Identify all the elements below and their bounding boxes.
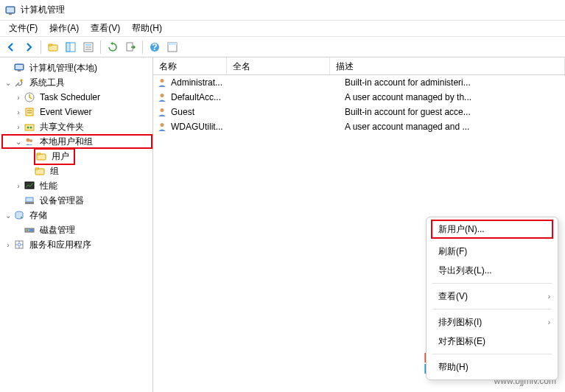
tree-label: 系统工具	[28, 76, 66, 90]
cell-desc: Built-in account for administeri...	[345, 77, 565, 88]
ctx-separator	[432, 283, 552, 284]
chevron-right-icon: ›	[548, 293, 550, 301]
expander-icon[interactable]: ›	[13, 92, 24, 102]
list-body[interactable]: Administrat...Built-in account for admin…	[153, 75, 565, 134]
ctx-view[interactable]: 查看(V)›	[427, 287, 558, 306]
view-button[interactable]	[164, 39, 180, 55]
list-row[interactable]: WDAGUtilit...A user account managed and …	[153, 119, 565, 134]
ctx-view-label: 查看(V)	[438, 290, 468, 303]
tree-shared-folders[interactable]: › 共享文件夹	[3, 119, 152, 134]
context-menu: 新用户(N)... 刷新(F) 导出列表(L)... 查看(V)› 排列图标(I…	[426, 217, 558, 380]
svg-point-26	[29, 139, 32, 142]
user-icon	[156, 77, 168, 88]
tree-system-tools[interactable]: ⌄ 系统工具	[3, 75, 152, 90]
expander-icon[interactable]: ⌄	[13, 136, 24, 147]
cell-desc: A user account managed by th...	[345, 92, 565, 102]
folder-icon	[34, 165, 46, 177]
toolbar: ?	[0, 37, 565, 57]
tree-label: Event Viewer	[38, 106, 93, 118]
forward-button[interactable]	[21, 39, 37, 55]
refresh-button[interactable]	[105, 39, 121, 55]
expander-icon[interactable]: ⌄	[3, 210, 13, 220]
menu-action[interactable]: 操作(A)	[43, 21, 85, 36]
cell-name: Guest	[171, 107, 242, 117]
tree-local-users-groups[interactable]: ⌄ 本地用户和组	[1, 134, 152, 149]
expander-icon[interactable]: ›	[13, 122, 24, 132]
export-button[interactable]	[122, 39, 138, 55]
up-button[interactable]	[45, 39, 61, 55]
list-row[interactable]: GuestBuilt-in account for guest acce...	[153, 105, 565, 119]
menubar: 文件(F) 操作(A) 查看(V) 帮助(H)	[0, 21, 565, 37]
scheduler-icon	[24, 91, 35, 103]
list-row[interactable]: DefaultAcc...A user account managed by t…	[153, 90, 565, 105]
cell-name: DefaultAcc...	[171, 92, 242, 102]
list-pane: 名称 全名 描述 Administrat...Built-in account …	[153, 57, 565, 392]
svg-rect-1	[7, 7, 14, 13]
menu-file[interactable]: 文件(F)	[3, 21, 43, 36]
svg-point-39	[161, 79, 164, 83]
content-area: 计算机管理(本地) ⌄ 系统工具 › Task Scheduler › Even…	[0, 57, 565, 392]
toolbar-separator	[142, 41, 143, 54]
expander-icon[interactable]: ›	[13, 181, 24, 191]
svg-text:?: ?	[152, 42, 157, 52]
svg-rect-19	[26, 108, 33, 116]
cell-desc: A user account managed and ...	[345, 122, 565, 132]
ctx-align-icons[interactable]: 对齐图标(E)	[427, 332, 558, 351]
show-hide-button[interactable]	[63, 39, 79, 55]
ctx-export-list[interactable]: 导出列表(L)...	[427, 261, 558, 280]
window-title: 计算机管理	[21, 4, 65, 16]
tree-event-viewer[interactable]: › Event Viewer	[3, 105, 152, 119]
tree-root[interactable]: 计算机管理(本地)	[3, 60, 152, 75]
list-row[interactable]: Administrat...Built-in account for admin…	[153, 75, 565, 90]
svg-point-41	[161, 108, 164, 112]
users-group-icon	[24, 136, 35, 147]
expander-icon[interactable]: ›	[13, 107, 24, 117]
toolbar-separator	[100, 41, 101, 54]
back-button[interactable]	[3, 39, 19, 55]
tree-label: 磁盘管理	[38, 223, 77, 237]
tree-label: 服务和应用程序	[28, 238, 93, 252]
svg-point-33	[21, 217, 22, 218]
tree-label: 用户	[50, 150, 71, 164]
toolbar-separator	[41, 41, 41, 54]
column-desc[interactable]: 描述	[330, 57, 565, 74]
expander-icon[interactable]: ›	[3, 239, 13, 250]
menu-help[interactable]: 帮助(H)	[126, 21, 168, 36]
user-icon	[156, 91, 168, 103]
tree-services-apps[interactable]: › 服务和应用程序	[3, 237, 152, 252]
user-icon	[156, 121, 168, 133]
app-icon	[4, 4, 16, 16]
computer-icon	[13, 62, 25, 74]
help-button[interactable]: ?	[147, 39, 163, 55]
properties-button[interactable]	[80, 39, 96, 55]
tree-performance[interactable]: › 性能	[3, 178, 152, 193]
ctx-arrange-icons[interactable]: 排列图标(I)›	[427, 312, 558, 332]
tree-label: 本地用户和组	[38, 135, 94, 149]
expander-icon[interactable]: ⌄	[3, 77, 13, 88]
tree-users[interactable]: 用户	[3, 149, 152, 164]
user-icon	[156, 106, 168, 118]
svg-rect-17	[18, 70, 21, 71]
tree-device-manager[interactable]: 设备管理器	[3, 193, 152, 208]
tools-icon	[13, 77, 25, 88]
svg-rect-22	[25, 125, 34, 130]
ctx-help[interactable]: 帮助(H)	[427, 357, 558, 377]
svg-point-24	[30, 127, 32, 129]
tree-task-scheduler[interactable]: › Task Scheduler	[3, 90, 152, 105]
svg-point-40	[161, 94, 164, 97]
tree-storage[interactable]: ⌄ 存储	[3, 208, 152, 223]
ctx-refresh[interactable]: 刷新(F)	[427, 242, 558, 261]
svg-rect-31	[25, 202, 34, 204]
tree-groups[interactable]: 组	[3, 164, 152, 178]
ctx-new-user[interactable]: 新用户(N)...	[431, 220, 553, 239]
tree-label: 组	[49, 164, 60, 178]
list-header: 名称 全名 描述	[153, 57, 565, 75]
tree-disk-management[interactable]: 磁盘管理	[3, 223, 152, 237]
tree-label: Task Scheduler	[38, 91, 102, 103]
tree-root-label: 计算机管理(本地)	[28, 61, 99, 75]
menu-view[interactable]: 查看(V)	[85, 21, 126, 36]
tree-label: 设备管理器	[38, 194, 85, 208]
svg-rect-16	[15, 65, 23, 69]
column-name[interactable]: 名称	[153, 57, 227, 74]
column-fullname[interactable]: 全名	[227, 57, 330, 74]
